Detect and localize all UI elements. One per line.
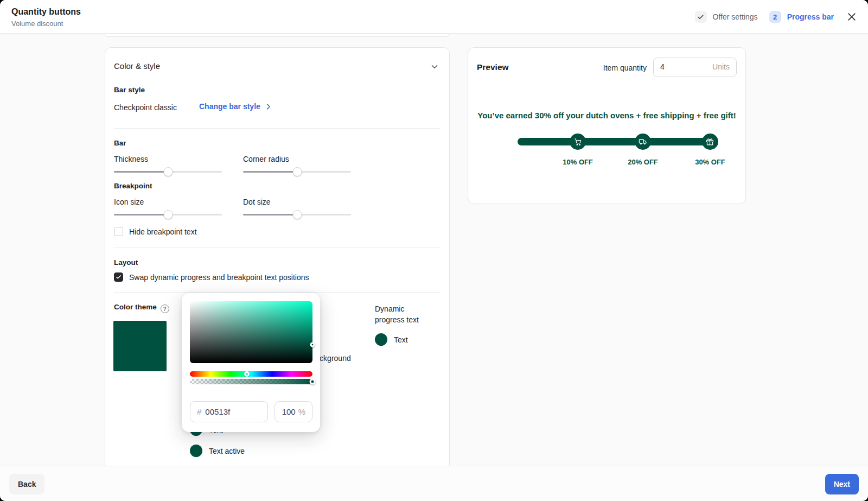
chevron-down-icon[interactable] bbox=[430, 62, 439, 72]
bar-section-label: Bar bbox=[114, 139, 126, 147]
alpha-slider[interactable] bbox=[190, 379, 312, 384]
hue-slider-handle[interactable] bbox=[244, 371, 250, 377]
checkpoint-label: 10% OFF bbox=[563, 158, 593, 166]
icon-size-slider[interactable] bbox=[114, 210, 222, 219]
header: Quantity buttons Volume discount Offer s… bbox=[0, 0, 868, 34]
content-area: Color & style Bar style Checkpoint class… bbox=[0, 34, 868, 466]
color-theme-label: Color theme? bbox=[114, 303, 169, 313]
item-quantity-label: Item quantity bbox=[603, 64, 647, 72]
hue-slider[interactable] bbox=[190, 371, 312, 377]
checkpoint-cart bbox=[570, 134, 586, 150]
swap-positions-checkbox-row[interactable]: Swap dynamic progress and breakpoint tex… bbox=[114, 272, 309, 282]
offer-settings-check-icon bbox=[695, 11, 707, 23]
checkpoint-label: 20% OFF bbox=[628, 158, 658, 166]
step-progress-bar[interactable]: Progress bar bbox=[787, 12, 834, 21]
dot-size-slider-handle[interactable] bbox=[292, 210, 302, 219]
hex-input[interactable]: # 00513f bbox=[190, 401, 268, 422]
opacity-suffix: % bbox=[298, 407, 305, 416]
bar-style-value: Checkpoint classic bbox=[114, 103, 177, 112]
hide-breakpoint-text-checkbox-row[interactable]: Hide breakpoint text bbox=[114, 227, 197, 236]
theme-swatch[interactable] bbox=[113, 321, 167, 371]
opacity-input[interactable]: 100 % bbox=[275, 401, 312, 422]
chevron-right-icon bbox=[264, 103, 272, 111]
checkpoint-truck bbox=[635, 134, 651, 150]
step-offer-settings[interactable]: Offer settings bbox=[713, 12, 758, 21]
checkbox-checked[interactable] bbox=[114, 272, 123, 282]
quantity-unit: Units bbox=[712, 62, 730, 71]
progress-message: You’ve earned 30% off your dutch ovens +… bbox=[468, 111, 745, 120]
cart-icon bbox=[574, 138, 582, 146]
truck-icon bbox=[639, 137, 647, 146]
checkpoint-label: 30% OFF bbox=[695, 158, 725, 166]
checkbox-unchecked[interactable] bbox=[114, 227, 123, 236]
step-number-badge: 2 bbox=[769, 11, 781, 23]
back-button[interactable]: Back bbox=[9, 474, 44, 494]
quantity-value: 4 bbox=[660, 62, 665, 71]
thickness-label: Thickness bbox=[114, 155, 148, 163]
gift-icon bbox=[706, 138, 714, 146]
icon-size-slider-handle[interactable] bbox=[163, 210, 173, 219]
footer: Back Next bbox=[0, 466, 868, 501]
item-quantity-input[interactable]: 4 Units bbox=[653, 58, 737, 77]
progress-bar bbox=[518, 134, 718, 150]
dot-size-slider[interactable] bbox=[243, 210, 351, 219]
corner-radius-label: Corner radius bbox=[243, 155, 289, 163]
color-dot[interactable] bbox=[190, 445, 202, 457]
thickness-slider-handle[interactable] bbox=[163, 167, 173, 176]
saturation-value-handle[interactable] bbox=[310, 342, 315, 347]
change-bar-style-link[interactable]: Change bar style bbox=[199, 102, 272, 111]
layout-section-label: Layout bbox=[114, 258, 138, 267]
divider bbox=[114, 128, 441, 129]
previous-card-edge bbox=[105, 34, 450, 37]
corner-radius-slider[interactable] bbox=[243, 167, 351, 176]
page-subtitle: Volume discount bbox=[11, 20, 63, 28]
next-button[interactable]: Next bbox=[825, 474, 859, 494]
color-item-text-active[interactable]: Text active bbox=[190, 445, 245, 457]
breakpoint-section-label: Breakpoint bbox=[114, 182, 152, 190]
dynamic-progress-text-label: Dynamic progress text bbox=[375, 303, 435, 326]
color-picker-popup: # 00513f 100 % bbox=[182, 293, 320, 432]
preview-title: Preview bbox=[477, 62, 509, 72]
checkpoint-gift bbox=[702, 134, 718, 150]
app-window: Quantity buttons Volume discount Offer s… bbox=[0, 0, 868, 501]
page-title: Quantity buttons bbox=[11, 7, 81, 17]
bar-style-label: Bar style bbox=[114, 86, 145, 94]
corner-radius-slider-handle[interactable] bbox=[292, 167, 302, 176]
checkpoint-labels: 10% OFF 20% OFF 30% OFF bbox=[518, 158, 718, 168]
hex-prefix: # bbox=[197, 407, 201, 416]
hex-value: 00513f bbox=[205, 407, 230, 416]
color-style-card: Color & style Bar style Checkpoint class… bbox=[105, 47, 450, 466]
icon-size-label: Icon size bbox=[114, 198, 144, 206]
color-item-dynamic-text[interactable]: Text bbox=[375, 333, 408, 346]
opacity-value: 100 bbox=[282, 407, 296, 416]
alpha-slider-handle[interactable] bbox=[310, 379, 316, 385]
color-dot[interactable] bbox=[375, 333, 387, 346]
saturation-value-area[interactable] bbox=[190, 301, 312, 363]
dot-size-label: Dot size bbox=[243, 198, 271, 206]
card-title: Color & style bbox=[114, 61, 160, 71]
preview-card: Preview Item quantity 4 Units You’ve ear… bbox=[468, 47, 746, 204]
help-icon[interactable]: ? bbox=[161, 305, 169, 313]
progress-bar-track bbox=[518, 138, 718, 145]
close-icon[interactable] bbox=[846, 11, 857, 22]
divider bbox=[114, 292, 441, 293]
thickness-slider[interactable] bbox=[114, 167, 222, 176]
divider bbox=[114, 248, 441, 248]
